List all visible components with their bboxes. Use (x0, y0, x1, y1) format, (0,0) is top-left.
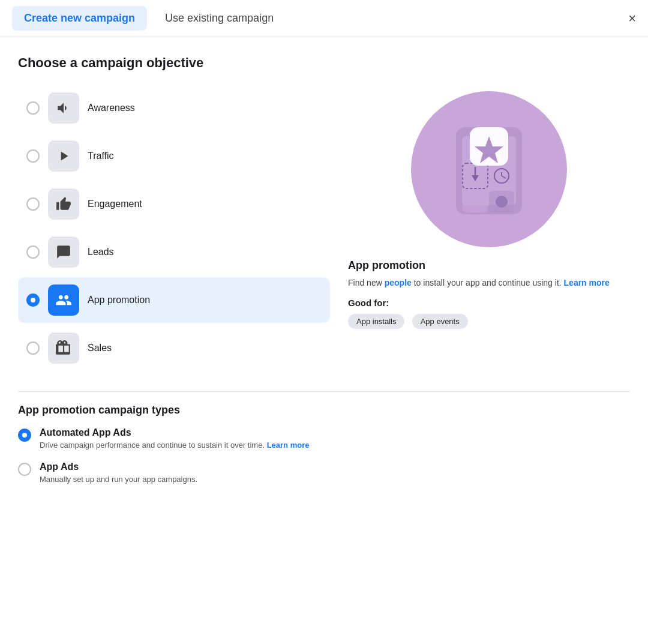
automated-title: Automated App Ads (40, 427, 309, 438)
sales-label: Sales (88, 343, 112, 354)
automated-desc: Drive campaign performance and continue … (40, 441, 309, 450)
app-ads-text: App Ads Manually set up and run your app… (40, 462, 197, 484)
campaign-type-automated[interactable]: Automated App Ads Drive campaign perform… (18, 427, 630, 450)
traffic-label: Traffic (88, 151, 114, 161)
desc-people-link[interactable]: people (385, 278, 412, 287)
radio-traffic[interactable] (26, 149, 40, 163)
right-panel-description: Find new people to install your app and … (348, 277, 630, 289)
close-button[interactable]: × (628, 12, 636, 25)
objective-engagement[interactable]: Engagement (18, 181, 330, 227)
svg-point-11 (496, 196, 508, 208)
right-panel-title: App promotion (348, 259, 630, 272)
automated-desc-prefix: Drive campaign performance and continue … (40, 441, 267, 450)
automated-learn-more-link[interactable]: Learn more (267, 441, 310, 450)
section-title: Choose a campaign objective (18, 55, 630, 71)
automated-app-ads-text: Automated App Ads Drive campaign perform… (40, 427, 309, 450)
leads-label: Leads (88, 247, 114, 257)
radio-engagement[interactable] (26, 197, 40, 211)
tag-app-installs: App installs (348, 314, 404, 329)
app-promotion-illustration (411, 91, 567, 247)
desc-prefix: Find new (348, 278, 385, 287)
tag-app-events: App events (412, 314, 468, 329)
engagement-icon-box (48, 188, 79, 220)
main-content: Choose a campaign objective Awareness (0, 37, 648, 508)
campaign-types-section: App promotion campaign types Automated A… (18, 391, 630, 484)
svg-rect-9 (463, 191, 488, 212)
engagement-label: Engagement (88, 199, 142, 209)
leads-icon-box (48, 236, 79, 268)
two-column-layout: Awareness Traffic (18, 85, 630, 373)
campaign-types-title: App promotion campaign types (18, 404, 630, 417)
campaign-type-app-ads[interactable]: App Ads Manually set up and run your app… (18, 462, 630, 484)
objective-awareness[interactable]: Awareness (18, 85, 330, 131)
objective-sales[interactable]: Sales (18, 325, 330, 371)
traffic-icon-box (48, 140, 79, 172)
radio-app-promotion[interactable] (26, 293, 40, 307)
awareness-icon-box (48, 92, 79, 124)
radio-awareness[interactable] (26, 101, 40, 115)
objective-leads[interactable]: Leads (18, 229, 330, 275)
app-ads-desc: Manually set up and run your app campaig… (40, 475, 197, 484)
objective-app-promotion[interactable]: App promotion (18, 277, 330, 323)
tab-use-existing-campaign[interactable]: Use existing campaign (153, 6, 286, 31)
objectives-list: Awareness Traffic (18, 85, 330, 373)
sales-icon-box (48, 333, 79, 364)
tab-create-new-campaign[interactable]: Create new campaign (12, 6, 147, 31)
learn-more-link-1[interactable]: Learn more (564, 278, 610, 287)
app-promotion-label: App promotion (88, 295, 150, 305)
header: Create new campaign Use existing campaig… (0, 0, 648, 37)
radio-sales[interactable] (26, 342, 40, 355)
app-ads-title: App Ads (40, 462, 197, 472)
app-promotion-icon-box (48, 284, 79, 316)
radio-leads[interactable] (26, 245, 40, 259)
objective-traffic[interactable]: Traffic (18, 133, 330, 179)
desc-suffix: to install your app and continue using i… (412, 278, 564, 287)
tags-container: App installs App events (348, 314, 630, 334)
radio-automated[interactable] (18, 429, 31, 442)
good-for-label: Good for: (348, 298, 630, 308)
radio-app-ads[interactable] (18, 463, 31, 476)
awareness-label: Awareness (88, 103, 135, 113)
right-info-panel: App promotion Find new people to install… (348, 85, 630, 373)
